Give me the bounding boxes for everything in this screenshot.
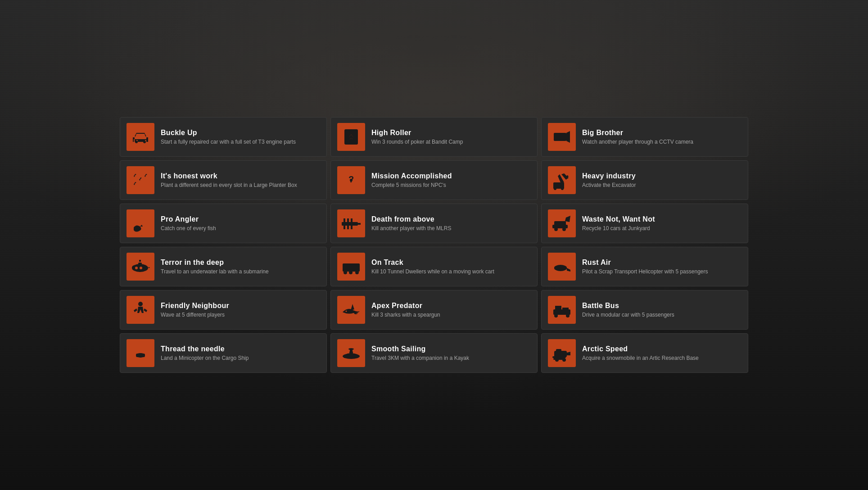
achievement-card-buckle-up[interactable]: Buckle UpStart a fully repaired car with… <box>120 117 327 157</box>
achievement-desc-pro-angler: Catch one of every fish <box>161 225 216 232</box>
achievement-title-death-from-above: Death from above <box>371 215 451 223</box>
achievement-title-pro-angler: Pro Angler <box>161 215 216 223</box>
achievement-desc-apex-predator: Kill 3 sharks with a speargun <box>371 312 440 319</box>
achievement-icon-pro-angler <box>127 209 154 237</box>
achievement-title-rust-air: Rust Air <box>582 258 708 267</box>
achievement-title-honest-work: It's honest work <box>161 172 297 180</box>
achievement-desc-death-from-above: Kill another player with the MLRS <box>371 225 451 232</box>
achievement-icon-arctic-speed <box>548 339 576 367</box>
svg-rect-35 <box>347 226 349 229</box>
achievement-icon-high-roller: ♠♠♣ <box>337 123 365 151</box>
achievement-desc-arctic-speed: Acquire a snowmobile in an Artic Researc… <box>582 355 699 362</box>
achievement-icon-waste-not <box>548 209 576 237</box>
achievement-title-buckle-up: Buckle Up <box>161 128 296 137</box>
achievement-card-thread-needle[interactable]: Thread the needleLand a Minicopter on th… <box>120 333 327 373</box>
achievement-card-terror-deep[interactable]: Terror in the deepTravel to an underwate… <box>120 247 327 286</box>
svg-line-84 <box>145 357 147 360</box>
achievement-icon-apex-predator <box>337 296 365 324</box>
achievement-card-heavy-industry[interactable]: Heavy industryActivate the Excavator <box>541 160 748 200</box>
achievement-card-big-brother[interactable]: Big BrotherWatch another player through … <box>541 117 748 157</box>
svg-rect-22 <box>554 183 563 185</box>
achievement-title-apex-predator: Apex Predator <box>371 301 440 310</box>
achievement-card-battle-bus[interactable]: Battle BusDrive a modular car with 5 pas… <box>541 290 748 330</box>
achievement-desc-high-roller: Win 3 rounds of poker at Bandit Camp <box>371 139 463 146</box>
svg-rect-43 <box>555 222 559 225</box>
svg-rect-27 <box>553 187 564 189</box>
svg-rect-23 <box>554 186 563 187</box>
achievement-icon-big-brother <box>548 123 576 151</box>
achievement-desc-terror-deep: Travel to an underwater lab with a subma… <box>161 268 269 276</box>
svg-point-77 <box>566 314 570 318</box>
svg-rect-32 <box>347 218 349 222</box>
svg-text:?: ? <box>348 174 354 184</box>
achievement-icon-rust-air <box>548 253 576 281</box>
achievement-card-pro-angler[interactable]: Pro AnglerCatch one of every fish <box>120 204 327 243</box>
achievement-title-waste-not: Waste Not, Want Not <box>582 215 655 223</box>
svg-rect-33 <box>351 218 353 222</box>
achievement-title-thread-needle: Thread the needle <box>161 345 249 353</box>
achievement-card-honest-work[interactable]: It's honest workPlant a different seed i… <box>120 160 327 200</box>
svg-rect-93 <box>552 356 566 358</box>
svg-point-9 <box>559 136 561 138</box>
svg-rect-75 <box>562 308 569 311</box>
svg-rect-51 <box>139 260 141 262</box>
achievement-desc-honest-work: Plant a different seed in every slot in … <box>161 182 297 189</box>
achievement-icon-heavy-industry <box>548 166 576 194</box>
achievement-icon-death-from-above <box>337 209 365 237</box>
svg-point-68 <box>559 267 562 269</box>
achievement-desc-mission-accomplished: Complete 5 missions for NPC's <box>371 182 452 189</box>
achievement-card-on-track[interactable]: On TrackKill 10 Tunnel Dwellers while on… <box>330 247 538 286</box>
achievement-desc-big-brother: Watch another player through a CCTV came… <box>582 139 693 146</box>
achievement-card-mission-accomplished[interactable]: ?Mission AccomplishedComplete 5 missions… <box>330 160 538 200</box>
svg-point-49 <box>140 267 142 269</box>
achievement-icon-terror-deep <box>127 253 154 281</box>
svg-point-42 <box>562 227 566 231</box>
svg-rect-44 <box>561 222 564 225</box>
svg-rect-54 <box>351 265 355 269</box>
svg-line-85 <box>145 357 148 358</box>
svg-rect-74 <box>555 306 561 310</box>
svg-point-0 <box>135 141 138 143</box>
achievement-title-high-roller: High Roller <box>371 128 463 137</box>
achievement-desc-friendly-neighbour: Wave at 5 different players <box>161 312 229 319</box>
svg-point-88 <box>348 348 354 350</box>
achievement-card-waste-not[interactable]: Waste Not, Want NotRecycle 10 cars at Ju… <box>541 204 748 243</box>
svg-rect-96 <box>553 358 565 360</box>
svg-point-72 <box>346 311 347 312</box>
achievement-card-arctic-speed[interactable]: Arctic SpeedAcquire a snowmobile in an A… <box>541 333 748 373</box>
svg-rect-31 <box>344 218 345 222</box>
achievement-icon-on-track <box>337 253 365 281</box>
achievement-title-heavy-industry: Heavy industry <box>582 172 636 180</box>
achievement-desc-waste-not: Recycle 10 cars at Junkyard <box>582 225 655 232</box>
achievement-icon-honest-work <box>127 166 154 194</box>
achievement-card-high-roller[interactable]: ♠♠♣High RollerWin 3 rounds of poker at B… <box>330 117 538 157</box>
achievement-title-big-brother: Big Brother <box>582 128 693 137</box>
achievement-desc-smooth-sailing: Travel 3KM with a companion in a Kayak <box>371 355 469 362</box>
achievement-title-smooth-sailing: Smooth Sailing <box>371 345 469 353</box>
svg-rect-78 <box>553 311 555 314</box>
achievement-title-arctic-speed: Arctic Speed <box>582 345 699 353</box>
achievement-card-smooth-sailing[interactable]: Smooth SailingTravel 3KM with a companio… <box>330 333 538 373</box>
svg-point-41 <box>554 227 558 231</box>
svg-point-48 <box>135 267 138 269</box>
achievement-desc-on-track: Kill 10 Tunnel Dwellers while on a movin… <box>371 268 494 276</box>
achievement-card-death-from-above[interactable]: Death from aboveKill another player with… <box>330 204 538 243</box>
svg-rect-37 <box>358 223 361 225</box>
achievement-desc-heavy-industry: Activate the Excavator <box>582 182 636 189</box>
svg-point-55 <box>344 271 347 274</box>
achievement-icon-mission-accomplished: ? <box>337 166 365 194</box>
achievements-grid: Buckle UpStart a fully repaired car with… <box>111 108 757 382</box>
achievement-title-mission-accomplished: Mission Accomplished <box>371 172 452 180</box>
achievement-card-apex-predator[interactable]: Apex PredatorKill 3 sharks with a spearg… <box>330 290 538 330</box>
achievement-card-friendly-neighbour[interactable]: Friendly NeighbourWave at 5 different pl… <box>120 290 327 330</box>
achievement-card-rust-air[interactable]: Rust AirPilot a Scrap Transport Helicopt… <box>541 247 748 286</box>
svg-line-67 <box>554 272 559 273</box>
svg-point-57 <box>355 271 359 274</box>
achievement-icon-thread-needle <box>127 339 154 367</box>
svg-point-56 <box>349 271 353 274</box>
achievement-icon-buckle-up <box>127 123 154 151</box>
svg-line-70 <box>136 313 137 318</box>
svg-point-69 <box>138 302 143 306</box>
svg-text:♣: ♣ <box>349 133 354 141</box>
svg-point-76 <box>554 314 558 318</box>
